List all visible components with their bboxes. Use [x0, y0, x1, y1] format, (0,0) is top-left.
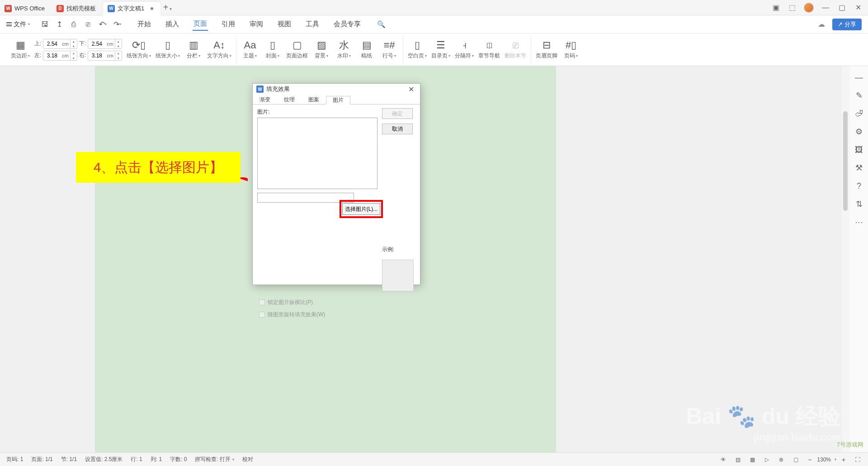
status-proof[interactable]: 校对 — [242, 456, 253, 463]
multiwindow-icon[interactable]: ▣ — [771, 3, 780, 12]
pagenum-button[interactable]: #▯页码▾ — [562, 39, 580, 60]
linenum-button[interactable]: ≡#行号▾ — [380, 39, 398, 60]
close-button[interactable]: ✕ — [854, 3, 863, 12]
tab-pattern[interactable]: 图案 — [302, 95, 326, 104]
minimize-button[interactable]: — — [821, 3, 830, 12]
status-col[interactable]: 列: 1 — [151, 456, 162, 463]
status-spell[interactable]: 拼写检查: 打开 ▾ — [195, 456, 234, 463]
tab-picture[interactable]: 图片 — [326, 96, 350, 105]
separator-button[interactable]: ⫞分隔符▾ — [455, 39, 474, 60]
add-tab-button[interactable]: +▾ — [160, 2, 174, 13]
pen-icon[interactable]: ✎ — [854, 90, 864, 100]
cloud-icon[interactable]: ☁ — [818, 20, 827, 29]
settings-icon[interactable]: ⚙ — [854, 127, 864, 137]
dialog-titlebar[interactable]: W 填充效果 ✕ — [253, 84, 420, 95]
lock-aspect-checkbox[interactable]: 锁定图片纵横比(P) — [259, 299, 414, 306]
zoom-in-button[interactable]: + — [840, 456, 847, 463]
columns-icon: ▥ — [189, 39, 198, 51]
cover-button[interactable]: ▯封面▾ — [264, 39, 282, 60]
status-row[interactable]: 行: 1 — [131, 456, 142, 463]
help-icon[interactable]: ? — [854, 181, 864, 191]
menubar: 文件▾ 🖫 ↥ ⎙ ⎚ ↶▾ ↷▾ 开始 插入 页面 引用 审阅 视图 工具 会… — [0, 15, 868, 33]
zoom-control[interactable]: − 130%▾ + — [806, 456, 847, 463]
menu-page[interactable]: 页面 — [193, 18, 208, 31]
watermark-icon: 水 — [339, 39, 349, 51]
chapternav-button[interactable]: ⎅章节导航 — [478, 39, 500, 60]
select-picture-button[interactable]: 选择图片(L)... — [342, 203, 380, 215]
theme-button[interactable]: Aa主题▾ — [241, 39, 259, 60]
file-menu[interactable]: 文件▾ — [6, 20, 33, 29]
eye-icon[interactable]: 👁 — [719, 456, 727, 464]
orientation-button[interactable]: ⟳▯纸张方向▾ — [127, 39, 151, 60]
tools-icon[interactable]: ⚒ — [854, 163, 864, 173]
document-area — [0, 66, 850, 452]
tab-document1[interactable]: W文字文稿1 — [103, 2, 160, 15]
watermark-button[interactable]: 水水印▾ — [335, 39, 353, 60]
dialog-close-button[interactable]: ✕ — [406, 84, 416, 95]
columns-button[interactable]: ▥分栏▾ — [184, 39, 203, 60]
share-button[interactable]: ↗分享 — [832, 19, 862, 30]
background-button[interactable]: ▨背景▾ — [312, 39, 330, 60]
tab-daoke[interactable]: D找稻壳模板 — [52, 2, 103, 15]
delsec-icon: ⎚ — [513, 39, 519, 51]
tab-texture[interactable]: 纹理 — [277, 95, 302, 104]
zoom-out-button[interactable]: − — [806, 456, 813, 463]
minus-icon[interactable]: — — [854, 72, 864, 82]
maximize-button[interactable]: ▢ — [837, 3, 846, 12]
print-preview-icon[interactable]: ⎚ — [84, 20, 92, 29]
export-icon[interactable]: ↥ — [55, 20, 63, 29]
blankpage-button[interactable]: ▯空白页▾ — [408, 39, 427, 60]
orientation-icon: ⟳▯ — [132, 39, 146, 51]
avatar[interactable] — [804, 3, 814, 13]
text-direction-button[interactable]: A↕文字方向▾ — [207, 39, 231, 60]
print-icon[interactable]: ⎙ — [70, 20, 78, 29]
menu-vip[interactable]: 会员专享 — [333, 18, 362, 30]
status-setval[interactable]: 设置值: 2.5厘米 — [85, 456, 123, 463]
sync-icon[interactable]: ⇅ — [854, 199, 864, 209]
toc-button[interactable]: ☰目录页▾ — [431, 39, 450, 60]
page-margins-button[interactable]: ▦页边距▾ — [11, 39, 30, 60]
menu-tools[interactable]: 工具 — [305, 18, 320, 30]
margin-top-input[interactable]: cm▴▾ — [43, 39, 77, 49]
picture-name-field[interactable] — [257, 193, 354, 203]
margin-bottom-input[interactable]: cm▴▾ — [88, 39, 122, 49]
save-icon[interactable]: 🖫 — [41, 20, 49, 29]
redo-icon[interactable]: ↷▾ — [113, 20, 121, 29]
undo-icon[interactable]: ↶▾ — [99, 20, 107, 29]
vertical-scrollbar[interactable] — [842, 66, 850, 452]
tab-gradient[interactable]: 渐变 — [253, 95, 277, 104]
view1-icon[interactable]: ▤ — [734, 456, 742, 464]
draft-icon: ▤ — [362, 39, 372, 51]
rotate-fill-checkbox[interactable]: 随图形旋转填充效果(W) — [259, 311, 414, 319]
textdir-icon: A↕ — [213, 39, 225, 51]
outline-icon[interactable]: ▢ — [792, 456, 800, 464]
view3-icon[interactable]: ▷ — [763, 456, 771, 464]
menu-view[interactable]: 视图 — [277, 18, 292, 30]
dialog-app-icon: W — [256, 86, 264, 93]
status-page[interactable]: 页面: 1/1 — [31, 456, 52, 463]
select-icon[interactable]: ⮰ — [854, 109, 864, 119]
draft-button[interactable]: ▤稿纸 — [358, 39, 376, 60]
image-icon[interactable]: 🖼 — [854, 145, 864, 155]
tab-wps[interactable]: WWPS Office — [0, 2, 52, 15]
headerfooter-button[interactable]: ⊟页眉页脚 — [536, 39, 557, 60]
zoom-value: 130% — [817, 456, 831, 463]
cube-icon[interactable]: ⬚ — [788, 3, 797, 12]
status-section[interactable]: 节: 1/1 — [61, 456, 77, 463]
cancel-button[interactable]: 取消 — [382, 124, 413, 134]
fullscreen-icon[interactable]: ⛶ — [854, 456, 862, 464]
page-border-button[interactable]: ▢页面边框 — [286, 39, 308, 60]
more-icon[interactable]: ⋯ — [854, 217, 864, 227]
menu-start[interactable]: 开始 — [137, 18, 152, 30]
margin-right-input[interactable]: cm▴▾ — [88, 51, 122, 61]
view2-icon[interactable]: ▦ — [748, 456, 756, 464]
menu-insert[interactable]: 插入 — [165, 18, 180, 30]
margin-left-input[interactable]: cm▴▾ — [43, 51, 77, 61]
status-chars[interactable]: 字数: 0 — [170, 456, 187, 463]
menu-ref[interactable]: 引用 — [221, 18, 236, 30]
web-icon[interactable]: ⊕ — [777, 456, 785, 464]
menu-review[interactable]: 审阅 — [249, 18, 264, 30]
paper-size-button[interactable]: ▯纸张大小▾ — [156, 39, 180, 60]
status-page-no[interactable]: 页码: 1 — [6, 456, 23, 463]
search-icon[interactable]: 🔍 — [377, 20, 386, 29]
